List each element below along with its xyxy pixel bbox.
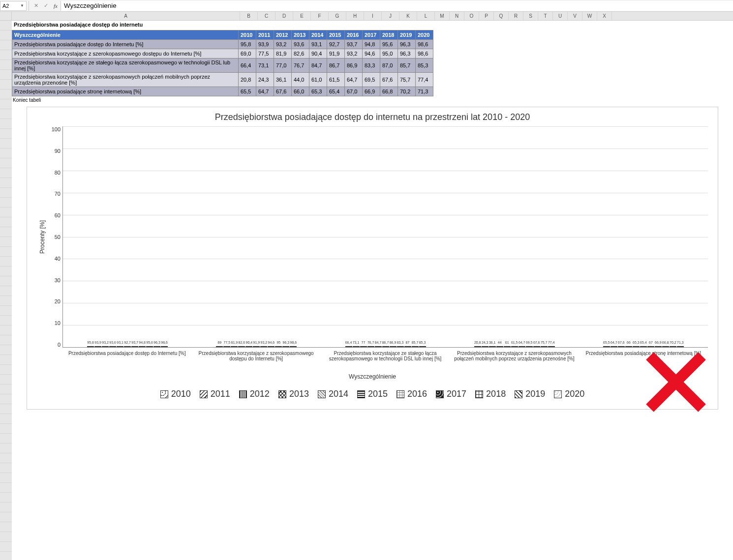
row-header[interactable] [0,188,12,198]
column-header[interactable]: K [399,12,417,20]
row-header[interactable] [0,316,12,325]
column-header[interactable]: D [275,12,293,20]
column-header[interactable]: R [509,12,523,20]
row-header[interactable] [0,532,12,542]
row-header[interactable] [0,148,12,158]
row-header[interactable] [0,60,12,70]
row-header[interactable] [0,306,12,316]
column-header[interactable]: X [597,12,612,20]
row-header[interactable] [0,434,12,443]
row-header[interactable] [0,80,12,89]
row-header[interactable] [0,365,12,375]
column-header[interactable]: H [346,12,364,20]
column-header[interactable]: M [435,12,450,20]
row-header[interactable] [0,296,12,306]
row-header[interactable] [0,266,12,276]
row-header[interactable] [0,394,12,404]
row-header[interactable] [0,70,12,80]
column-header[interactable]: T [538,12,553,20]
row-header[interactable] [0,237,12,247]
row-header[interactable] [0,512,12,522]
column-header[interactable]: O [464,12,479,20]
bar: 65,5 [603,346,610,347]
column-header[interactable]: I [364,12,382,20]
row-header[interactable] [0,30,12,40]
column-header[interactable]: U [553,12,568,20]
column-header[interactable]: S [523,12,538,20]
chevron-down-icon[interactable]: ▼ [20,3,24,8]
column-header[interactable]: F [311,12,329,20]
column-header[interactable]: P [479,12,494,20]
cell-value: 93,1 [309,40,327,49]
column-header[interactable]: A [12,12,240,20]
insert-function-button[interactable]: fx [51,1,61,11]
row-header[interactable] [0,178,12,188]
select-all-corner[interactable] [0,12,12,20]
cell-value: 44,0 [292,73,309,87]
column-header[interactable]: C [258,12,275,20]
row-header[interactable] [0,247,12,257]
row-header[interactable] [0,414,12,424]
cancel-formula-button[interactable]: ✕ [31,1,41,11]
column-header[interactable]: N [450,12,464,20]
chart[interactable]: Przedsiębiorstwa posiadające dostęp do i… [27,107,718,410]
row-header[interactable] [0,483,12,493]
formula-input[interactable] [61,1,733,11]
column-header[interactable]: W [582,12,597,20]
row-header[interactable] [0,99,12,109]
column-header[interactable]: E [293,12,311,20]
row-header[interactable] [0,325,12,335]
row-header[interactable] [0,257,12,266]
row-header[interactable] [0,168,12,178]
row-header[interactable] [0,424,12,434]
row-header[interactable] [0,552,12,560]
worksheet[interactable]: Przedsiębiorstwa posiadające dostęp do i… [12,21,733,560]
cell-value: 93,6 [292,40,309,49]
y-tick: 70 [55,191,61,197]
row-header[interactable] [0,207,12,217]
row-header[interactable] [0,276,12,286]
row-header[interactable] [0,109,12,119]
bar-label: 85,3 [419,341,426,344]
row-header[interactable] [0,129,12,139]
row-header[interactable] [0,198,12,207]
row-header[interactable] [0,158,12,168]
row-header[interactable] [0,89,12,99]
row-header[interactable] [0,345,12,355]
row-header[interactable] [0,217,12,227]
row-header[interactable] [0,443,12,453]
row-header[interactable] [0,502,12,512]
row-header[interactable] [0,522,12,532]
column-header[interactable]: B [240,12,258,20]
row-header[interactable] [0,139,12,148]
bar: 69,5 [526,346,533,347]
row-header[interactable] [0,453,12,463]
name-box[interactable]: A2 ▼ [0,1,27,11]
row-header[interactable] [0,119,12,129]
accept-formula-button[interactable]: ✓ [41,1,51,11]
row-header[interactable] [0,542,12,552]
row-header[interactable] [0,335,12,345]
column-header[interactable]: Q [494,12,509,20]
row-header[interactable] [0,404,12,414]
column-header[interactable]: L [417,12,435,20]
row-header[interactable] [0,50,12,60]
header-year: 2017 [363,30,380,40]
row-header[interactable] [0,286,12,296]
column-header[interactable]: J [382,12,399,20]
row-header[interactable] [0,473,12,483]
column-header[interactable]: G [329,12,346,20]
bar: 94,6 [268,346,275,347]
row-header[interactable] [0,40,12,50]
row-header[interactable] [0,493,12,502]
x-axis-labels: Przedsiębiorstwa posiadające dostęp do I… [62,351,708,361]
row-header[interactable] [0,384,12,394]
row-header[interactable] [0,227,12,237]
cell-value: 67,0 [345,87,363,96]
column-header[interactable]: V [568,12,582,20]
row-header[interactable] [0,355,12,365]
row-header[interactable] [0,463,12,473]
row-header[interactable] [0,21,12,30]
bar-label: 71,3 [677,341,684,344]
row-header[interactable] [0,375,12,384]
